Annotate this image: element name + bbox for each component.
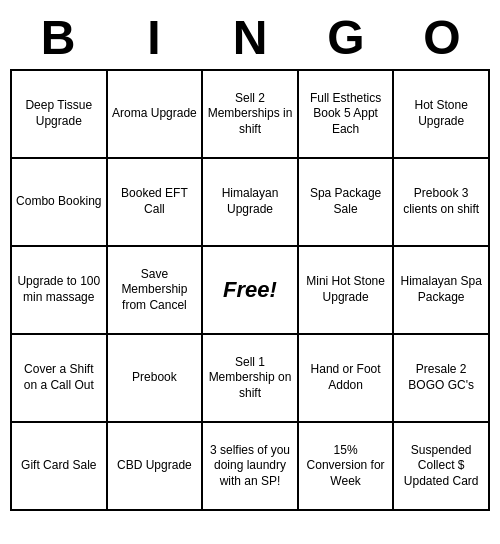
- bingo-cell-o3[interactable]: Himalayan Spa Package: [394, 247, 490, 335]
- cell-text-g3: Mini Hot Stone Upgrade: [303, 274, 389, 305]
- bingo-cell-i3[interactable]: Save Membership from Cancel: [108, 247, 204, 335]
- bingo-letter-g: G: [302, 10, 390, 65]
- cell-text-o3: Himalayan Spa Package: [398, 274, 484, 305]
- cell-text-n4: Sell 1 Membership on shift: [207, 355, 293, 402]
- bingo-cell-o4[interactable]: Presale 2 BOGO GC's: [394, 335, 490, 423]
- cell-text-g2: Spa Package Sale: [303, 186, 389, 217]
- cell-text-o2: Prebook 3 clients on shift: [398, 186, 484, 217]
- bingo-cell-i4[interactable]: Prebook: [108, 335, 204, 423]
- bingo-letter-i: I: [110, 10, 198, 65]
- cell-text-b3: Upgrade to 100 min massage: [16, 274, 102, 305]
- bingo-cell-g3[interactable]: Mini Hot Stone Upgrade: [299, 247, 395, 335]
- cell-text-b4: Cover a Shift on a Call Out: [16, 362, 102, 393]
- bingo-cell-b4[interactable]: Cover a Shift on a Call Out: [12, 335, 108, 423]
- cell-text-n5: 3 selfies of you doing laundry with an S…: [207, 443, 293, 490]
- bingo-cell-n3[interactable]: Free!: [203, 247, 299, 335]
- bingo-cell-n2[interactable]: Himalayan Upgrade: [203, 159, 299, 247]
- cell-text-b5: Gift Card Sale: [21, 458, 96, 474]
- bingo-grid: Deep Tissue UpgradeAroma UpgradeSell 2 M…: [10, 69, 490, 511]
- bingo-cell-n5[interactable]: 3 selfies of you doing laundry with an S…: [203, 423, 299, 511]
- cell-text-o1: Hot Stone Upgrade: [398, 98, 484, 129]
- bingo-card: BINGO Deep Tissue UpgradeAroma UpgradeSe…: [10, 10, 490, 511]
- bingo-letter-b: B: [14, 10, 102, 65]
- cell-text-i2: Booked EFT Call: [112, 186, 198, 217]
- bingo-cell-g5[interactable]: 15% Conversion for Week: [299, 423, 395, 511]
- bingo-cell-g1[interactable]: Full Esthetics Book 5 Appt Each: [299, 71, 395, 159]
- cell-text-o4: Presale 2 BOGO GC's: [398, 362, 484, 393]
- cell-text-b2: Combo Booking: [16, 194, 101, 210]
- bingo-cell-i2[interactable]: Booked EFT Call: [108, 159, 204, 247]
- cell-text-g1: Full Esthetics Book 5 Appt Each: [303, 91, 389, 138]
- bingo-cell-n4[interactable]: Sell 1 Membership on shift: [203, 335, 299, 423]
- bingo-letter-n: N: [206, 10, 294, 65]
- cell-text-i3: Save Membership from Cancel: [112, 267, 198, 314]
- cell-text-i1: Aroma Upgrade: [112, 106, 197, 122]
- bingo-cell-o2[interactable]: Prebook 3 clients on shift: [394, 159, 490, 247]
- bingo-cell-b3[interactable]: Upgrade to 100 min massage: [12, 247, 108, 335]
- cell-text-b1: Deep Tissue Upgrade: [16, 98, 102, 129]
- cell-text-i5: CBD Upgrade: [117, 458, 192, 474]
- bingo-cell-b1[interactable]: Deep Tissue Upgrade: [12, 71, 108, 159]
- cell-text-g5: 15% Conversion for Week: [303, 443, 389, 490]
- cell-text-n1: Sell 2 Memberships in shift: [207, 91, 293, 138]
- bingo-cell-g4[interactable]: Hand or Foot Addon: [299, 335, 395, 423]
- bingo-letter-o: O: [398, 10, 486, 65]
- bingo-cell-i5[interactable]: CBD Upgrade: [108, 423, 204, 511]
- cell-text-n2: Himalayan Upgrade: [207, 186, 293, 217]
- bingo-cell-o1[interactable]: Hot Stone Upgrade: [394, 71, 490, 159]
- cell-text-i4: Prebook: [132, 370, 177, 386]
- bingo-cell-i1[interactable]: Aroma Upgrade: [108, 71, 204, 159]
- cell-text-g4: Hand or Foot Addon: [303, 362, 389, 393]
- bingo-header: BINGO: [10, 10, 490, 65]
- cell-text-o5: Suspended Collect $ Updated Card: [398, 443, 484, 490]
- bingo-cell-o5[interactable]: Suspended Collect $ Updated Card: [394, 423, 490, 511]
- bingo-cell-b2[interactable]: Combo Booking: [12, 159, 108, 247]
- bingo-cell-n1[interactable]: Sell 2 Memberships in shift: [203, 71, 299, 159]
- bingo-cell-b5[interactable]: Gift Card Sale: [12, 423, 108, 511]
- cell-text-n3: Free!: [223, 276, 277, 305]
- bingo-cell-g2[interactable]: Spa Package Sale: [299, 159, 395, 247]
